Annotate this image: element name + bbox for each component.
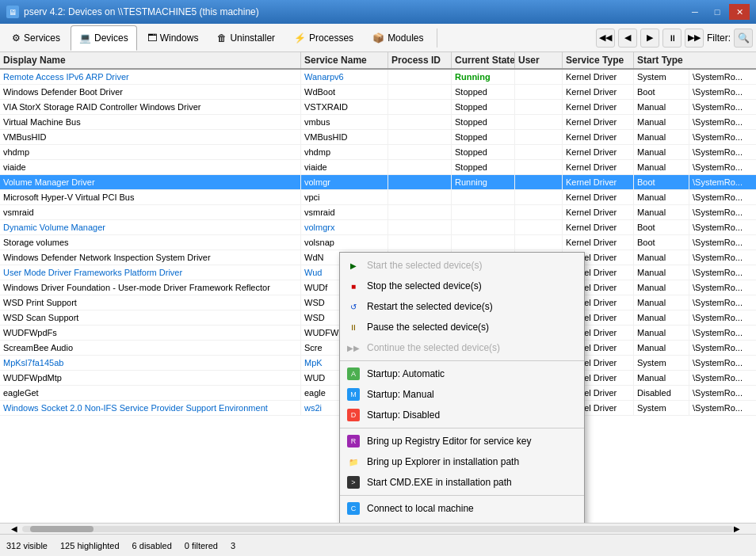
col-user[interactable]: User [515,52,563,68]
menu-item-cmd[interactable]: >Start CMD.EXE in installation path [340,472,584,493]
startup-disabled-label: Startup: Disabled [367,409,440,421]
tab-modules-label: Modules [388,32,423,44]
close-button[interactable]: ✕ [729,4,750,20]
pause-label: Pause the selected device(s) [367,322,489,333]
tab-uninstaller[interactable]: 🗑 Uninstaller [208,25,284,51]
app-window: 🖥 pserv 4.2: Devices on \\TESTMACHINE5 (… [0,0,756,556]
explorer-label: Bring up Explorer in installation path [367,456,519,467]
status-disabled: 6 disabled [132,541,172,550]
scrollbar-track [22,526,734,532]
filter-input[interactable]: 🔍 [734,29,753,48]
startup-manual-icon: M [347,388,360,401]
window-title: pserv 4.2: Devices on \\TESTMACHINE5 (th… [24,6,259,17]
main-content: Remote Access IPv6 ARP DriverWanarpv6Run… [0,70,756,523]
status-visible: 312 visible [6,541,48,550]
modules-icon: 📦 [372,32,384,44]
nav-prev[interactable]: ◀ [618,29,637,48]
uninstaller-icon: 🗑 [217,32,227,44]
table-row[interactable]: Remote Access IPv6 ARP DriverWanarpv6Run… [0,70,756,85]
menu-item-pause[interactable]: ⏸Pause the selected device(s) [340,317,584,337]
toolbar-right: ◀◀ ◀ ▶ ⏸ ▶▶ Filter: 🔍 [596,29,753,48]
maximize-button[interactable]: □ [707,4,727,20]
status-highlighted: 125 highlighted [60,541,120,550]
table-row[interactable]: vsmraidvsmraidKernel DriverManual\System… [0,205,756,220]
continue-icon: ▶▶ [347,341,360,354]
devices-icon: 💻 [79,32,91,44]
stop-label: Stop the selected device(s) [367,280,482,291]
table-row[interactable]: Microsoft Hyper-V Virtual PCI BusvpciKer… [0,190,756,205]
table-row[interactable]: Windows Defender Boot DriverWdBootStoppe… [0,85,756,100]
col-service-type[interactable]: Service Type [563,52,634,68]
nav-pause[interactable]: ⏸ [662,29,682,48]
services-icon: ⚙ [12,32,21,44]
col-current-state[interactable]: Current State [452,52,515,68]
toolbar-separator [437,29,437,48]
menu-item-registry[interactable]: RBring up Registry Editor for service ke… [340,431,584,451]
menu-item-stop[interactable]: ■Stop the selected device(s) [340,276,584,296]
status-filtered: 0 filtered [185,541,218,550]
cmd-icon: > [347,476,360,489]
menu-item-connect-remote[interactable]: CConnect to remote machine [340,519,584,523]
menu-separator [340,428,584,428]
tab-services-label: Services [24,32,60,44]
col-start-type[interactable]: Start Type [634,52,689,68]
nav-next[interactable]: ▶ [640,29,659,48]
tab-services[interactable]: ⚙ Services [3,25,69,51]
connect-local-label: Connect to local machine [367,503,474,514]
tab-uninstaller-label: Uninstaller [230,32,275,44]
nav-last[interactable]: ▶▶ [685,29,704,48]
status-extra: 3 [231,541,235,550]
col-service-name[interactable]: Service Name [301,52,388,68]
table-row[interactable]: VIA StorX Storage RAID Controller Window… [0,100,756,115]
col-process-id[interactable]: Process ID [388,52,452,68]
window-controls: ─ □ ✕ [685,4,750,20]
menu-item-continue: ▶▶Continue the selected device(s) [340,337,584,358]
menu-item-startup-auto[interactable]: AStartup: Automatic [340,364,584,384]
column-headers: Display Name Service Name Process ID Cur… [0,52,756,70]
horizontal-scrollbar[interactable]: ◀ ▶ [0,523,756,534]
tab-processes[interactable]: ⚡ Processes [285,25,362,51]
tab-windows-label: Windows [160,32,199,44]
nav-first[interactable]: ◀◀ [596,29,615,48]
continue-label: Continue the selected device(s) [367,342,500,353]
tab-windows[interactable]: 🗔 Windows [139,25,208,51]
status-bar: 312 visible 125 highlighted 6 disabled 0… [0,534,756,556]
cmd-label: Start CMD.EXE in installation path [367,477,512,488]
tab-modules[interactable]: 📦 Modules [364,25,432,51]
stop-icon: ■ [347,280,360,292]
menu-separator [340,495,584,496]
menu-item-restart[interactable]: ↺Restart the selected device(s) [340,296,584,317]
scroll-left-btn[interactable]: ◀ [11,524,22,533]
table-row[interactable]: viaideviaideStoppedKernel DriverManual\S… [0,160,756,175]
toolbar: ⚙ Services 💻 Devices 🗔 Windows 🗑 Uninsta… [0,24,756,52]
pause-icon: ⏸ [347,321,360,333]
startup-manual-label: Startup: Manual [367,389,434,400]
app-icon: 🖥 [6,6,19,18]
table-row[interactable]: Dynamic Volume ManagervolmgrxKernel Driv… [0,220,756,235]
table-row[interactable]: VMBusHIDVMBusHIDStoppedKernel DriverManu… [0,130,756,145]
scrollbar-thumb[interactable] [30,526,94,532]
restart-label: Restart the selected device(s) [367,301,493,312]
tab-devices[interactable]: 💻 Devices [71,25,137,51]
restart-icon: ↺ [347,300,360,313]
context-menu: ▶Start the selected device(s)■Stop the s… [339,252,585,523]
start-label: Start the selected device(s) [367,260,482,271]
scroll-right-btn[interactable]: ▶ [734,524,745,533]
processes-icon: ⚡ [294,32,306,44]
menu-item-startup-disabled[interactable]: DStartup: Disabled [340,405,584,425]
table-row[interactable]: Virtual Machine BusvmbusStoppedKernel Dr… [0,115,756,130]
menu-item-startup-manual[interactable]: MStartup: Manual [340,384,584,405]
registry-icon: R [347,435,360,447]
minimize-button[interactable]: ─ [685,4,705,20]
startup-auto-icon: A [347,367,360,380]
explorer-icon: 📁 [347,455,360,468]
table-row[interactable]: Storage volumesvolsnapKernel DriverBoot\… [0,235,756,250]
table-row[interactable]: Volume Manager DrivervolmgrRunningKernel… [0,175,756,190]
menu-item-connect-local[interactable]: CConnect to local machine [340,498,584,519]
table-row[interactable]: vhdmpvhdmpStoppedKernel DriverManual\Sys… [0,145,756,160]
registry-label: Bring up Registry Editor for service key [367,436,531,447]
startup-disabled-icon: D [347,409,360,421]
menu-item-explorer[interactable]: 📁Bring up Explorer in installation path [340,451,584,472]
col-display-name[interactable]: Display Name [0,52,301,68]
tab-processes-label: Processes [309,32,353,44]
